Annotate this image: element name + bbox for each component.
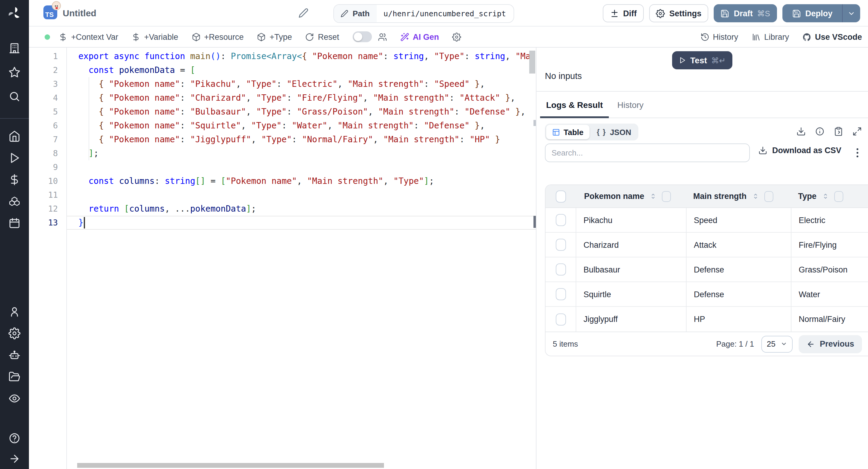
code-line[interactable]: 11 xyxy=(29,188,536,202)
copy-clipboard-icon[interactable] xyxy=(834,127,843,136)
download-csv-button[interactable]: Download as CSV xyxy=(758,146,841,155)
code-line[interactable]: 2 const pokemonData = [ xyxy=(29,63,536,77)
column-toggle[interactable] xyxy=(662,191,671,201)
settings-gear-icon[interactable] xyxy=(8,327,21,339)
column-toggle[interactable] xyxy=(834,191,843,201)
page-size-select[interactable]: 25 xyxy=(761,336,793,352)
deploy-dropdown-button[interactable] xyxy=(842,4,860,22)
magic-wand-icon xyxy=(400,32,409,41)
expand-icon[interactable] xyxy=(852,127,862,136)
more-options-kebab-icon[interactable] xyxy=(851,146,863,159)
row-checkbox[interactable] xyxy=(555,288,566,300)
workspace-building-icon[interactable] xyxy=(8,42,21,54)
audit-eye-icon[interactable] xyxy=(8,393,21,405)
result-search[interactable] xyxy=(545,144,750,162)
line-number: 5 xyxy=(29,105,58,119)
reset-button[interactable]: Reset xyxy=(305,32,339,41)
info-icon[interactable] xyxy=(815,127,825,136)
add-type-button[interactable]: +Type xyxy=(257,32,292,41)
code-editor[interactable]: 1export async function main(): Promise<A… xyxy=(29,48,536,469)
line-number: 11 xyxy=(29,188,58,202)
add-context-var-button[interactable]: +Context Var xyxy=(59,32,118,41)
folders-icon[interactable] xyxy=(8,371,21,383)
row-checkbox[interactable] xyxy=(555,313,566,325)
editor-toolbar: +Context Var +Variable +Resource +Type R… xyxy=(29,27,868,48)
code-line[interactable]: 13} xyxy=(29,216,536,230)
code-line[interactable]: 1export async function main(): Promise<A… xyxy=(29,50,536,63)
search-input[interactable] xyxy=(552,148,743,157)
path-value[interactable]: u/henri/unencumbered_script xyxy=(377,9,506,18)
code-text: const columns: string[] = ["Pokemon name… xyxy=(58,174,434,188)
table-cell: Normal/Fairy xyxy=(791,307,868,332)
page-title: Untitled xyxy=(63,8,96,18)
sort-icon[interactable] xyxy=(751,192,759,201)
sort-icon[interactable] xyxy=(821,192,829,201)
users-person-icon[interactable] xyxy=(8,306,21,318)
code-line[interactable]: 7 { "Pokemon name": "Jigglypuff", "Type"… xyxy=(29,133,536,147)
code-line[interactable]: 3 { "Pokemon name": "Pikachu", "Type": "… xyxy=(29,77,536,91)
settings-button[interactable]: Settings xyxy=(649,4,708,22)
arrow-left-icon xyxy=(807,340,815,348)
add-resource-button[interactable]: +Resource xyxy=(191,32,244,41)
code-lines[interactable]: 1export async function main(): Promise<A… xyxy=(29,50,536,230)
sort-icon[interactable] xyxy=(649,192,657,201)
draft-button[interactable]: Draft ⌘S xyxy=(714,4,777,22)
workers-robot-icon[interactable] xyxy=(8,349,21,361)
package-icon xyxy=(257,32,266,41)
diff-button[interactable]: Diff xyxy=(603,4,644,22)
column-header-label[interactable]: Pokemon name xyxy=(584,192,644,201)
column-header-label[interactable]: Main strength xyxy=(693,192,747,201)
view-json-button[interactable]: { } JSON xyxy=(591,125,637,139)
deploy-button[interactable]: Deploy xyxy=(782,4,860,22)
table-cell: Fire/Flying xyxy=(791,233,868,257)
variables-dollar-icon[interactable] xyxy=(8,174,21,186)
add-variable-button[interactable]: +Variable xyxy=(131,32,178,41)
tab-history[interactable]: History xyxy=(611,100,650,118)
schedules-calendar-icon[interactable] xyxy=(8,217,21,229)
code-line[interactable]: 9 xyxy=(29,160,536,174)
windmill-logo-icon[interactable] xyxy=(7,5,22,21)
test-run-button[interactable]: Test ⌘↵ xyxy=(672,51,733,69)
editor-vertical-scrollbar[interactable] xyxy=(529,51,535,73)
row-checkbox[interactable] xyxy=(555,214,566,226)
select-all-checkbox[interactable] xyxy=(555,190,566,202)
code-line[interactable]: 6 { "Pokemon name": "Squirtle", "Type": … xyxy=(29,119,536,133)
text-cursor xyxy=(84,217,85,228)
overview-ruler-mark xyxy=(533,120,536,126)
download-icon xyxy=(758,146,767,155)
draft-shortcut: ⌘S xyxy=(757,9,770,18)
row-checkbox[interactable] xyxy=(555,263,566,276)
column-toggle[interactable] xyxy=(764,191,773,201)
code-line[interactable]: 4 { "Pokemon name": "Charizard", "Type":… xyxy=(29,91,536,105)
view-table-button[interactable]: Table xyxy=(546,125,590,139)
tab-logs-result[interactable]: Logs & Result xyxy=(540,100,609,118)
multiplayer-toggle[interactable] xyxy=(352,31,372,42)
diff-icon xyxy=(610,9,619,18)
ai-gen-button[interactable]: AI Gen xyxy=(400,32,439,41)
search-icon[interactable] xyxy=(8,90,21,102)
library-button[interactable]: Library xyxy=(751,32,789,41)
code-line[interactable]: 10 const columns: string[] = ["Pokemon n… xyxy=(29,174,536,188)
code-text: ]; xyxy=(58,147,98,160)
use-vscode-button[interactable]: Use VScode xyxy=(802,32,862,41)
code-line[interactable]: 5 { "Pokemon name": "Bulbasaur", "Type":… xyxy=(29,105,536,119)
resources-boxes-icon[interactable] xyxy=(8,195,21,207)
column-header-label[interactable]: Type xyxy=(798,192,816,201)
row-checkbox[interactable] xyxy=(555,239,566,251)
editor-horizontal-scrollbar[interactable] xyxy=(77,463,384,468)
download-icon[interactable] xyxy=(796,127,806,136)
code-line[interactable]: 12 return [columns, ...pokemonData]; xyxy=(29,202,536,216)
code-line[interactable]: 8 ]; xyxy=(29,147,536,160)
path-field[interactable]: Path u/henri/unencumbered_script xyxy=(333,4,514,23)
line-number: 13 xyxy=(29,216,58,230)
edit-title-pencil-icon[interactable] xyxy=(299,8,309,18)
history-button[interactable]: History xyxy=(700,32,738,41)
favorites-star-icon[interactable] xyxy=(8,66,21,79)
editor-settings-gear-icon[interactable] xyxy=(452,32,461,41)
expand-sidebar-arrow-icon[interactable] xyxy=(8,453,21,465)
previous-page-button[interactable]: Previous xyxy=(799,335,862,353)
home-icon[interactable] xyxy=(8,130,21,142)
main-area: TS Untitled Path u/henri/unencumbered_sc… xyxy=(29,0,868,469)
runs-play-icon[interactable] xyxy=(8,152,21,164)
help-icon[interactable] xyxy=(8,432,21,444)
